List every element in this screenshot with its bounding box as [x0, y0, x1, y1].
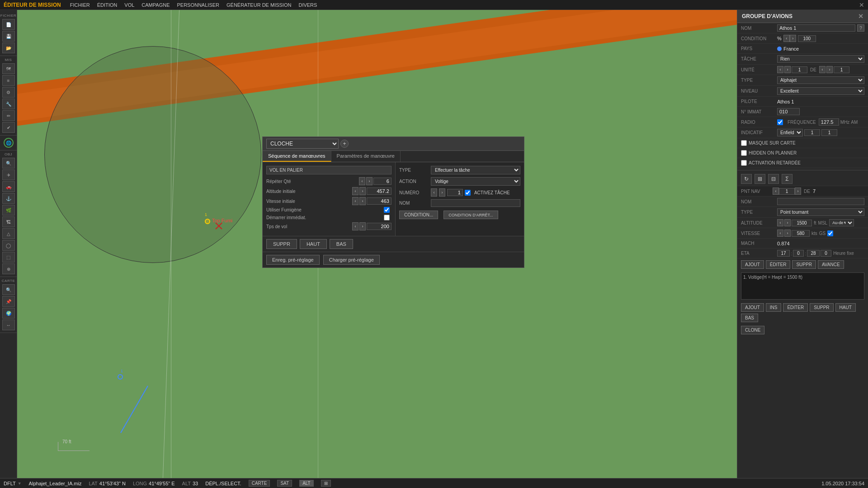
rp-immat-input[interactable]	[777, 108, 800, 115]
grid-btn[interactable]: ⊞	[321, 480, 331, 487]
unite-inc[interactable]: ›	[784, 66, 791, 73]
eta-h-input[interactable]	[777, 250, 790, 257]
menu-vol[interactable]: VOL	[124, 2, 134, 8]
bas-btn[interactable]: BAS	[330, 239, 353, 249]
tps-input[interactable]	[367, 223, 392, 230]
nav-ajout-btn[interactable]: AJOUT	[741, 260, 764, 269]
rp-freq-input[interactable]	[819, 118, 839, 126]
clone-btn[interactable]: CLONE	[741, 326, 764, 334]
close-button[interactable]: ✕	[859, 1, 864, 9]
carte-search-btn[interactable]: 🔍	[2, 284, 15, 295]
menu-fichier[interactable]: FICHIER	[70, 2, 90, 8]
suppr-btn[interactable]: SUPPR	[266, 239, 297, 249]
vitesse-input[interactable]	[367, 197, 392, 205]
activate-checkbox[interactable]	[465, 190, 471, 196]
mis-check-btn[interactable]: ✔	[2, 122, 15, 133]
nav-editer-btn[interactable]: ÉDITER	[766, 260, 791, 269]
bottom-suppr-btn[interactable]: SUPPR	[810, 303, 833, 312]
obj-search-btn[interactable]: 🔍	[2, 158, 15, 169]
blue-waypoint-circle[interactable]	[118, 374, 123, 380]
unite-de-dec[interactable]: ‹	[819, 66, 826, 73]
repeter-qte-input[interactable]	[373, 178, 392, 185]
altitude-dec[interactable]: ‹	[352, 187, 359, 195]
obj-misc1-btn[interactable]: △	[2, 228, 15, 239]
mis-settings-btn[interactable]: ⚙	[2, 87, 15, 98]
bottom-ajout-btn[interactable]: AJOUT	[741, 303, 764, 312]
bottom-haut-btn[interactable]: HAUT	[835, 303, 856, 312]
vit-inc[interactable]: ›	[784, 230, 791, 237]
action-type-select[interactable]: Effectuer la tâche	[431, 166, 520, 174]
unite-de-input[interactable]	[834, 66, 849, 73]
mis-tool-btn[interactable]: 🔧	[2, 99, 15, 109]
eta-s-input[interactable]	[807, 250, 820, 257]
numero-dec[interactable]: ‹	[431, 188, 437, 197]
condition-inc[interactable]: ›	[790, 35, 796, 42]
carte-world-btn[interactable]: 🌍	[2, 308, 15, 319]
bottom-editer-btn[interactable]: ÉDITER	[783, 303, 808, 312]
nav-suppr-btn[interactable]: SUPPR	[792, 260, 816, 269]
condition-input[interactable]	[798, 35, 816, 42]
menu-personnaliser[interactable]: PERSONNALISER	[177, 2, 219, 8]
numero-inc[interactable]: ›	[439, 188, 445, 197]
obj-misc2-btn[interactable]: ◯	[2, 240, 15, 251]
activation-checkbox[interactable]	[741, 160, 747, 166]
waypoint-1[interactable]: 1 Top Fumi	[205, 219, 210, 224]
eta-s2-input[interactable]	[821, 250, 831, 257]
charger-btn[interactable]: Charger pré-réglage	[323, 255, 380, 265]
pnt-nav-input[interactable]	[779, 188, 795, 195]
help-icon[interactable]: ?	[857, 24, 864, 32]
save-file-btn[interactable]: 💾	[2, 31, 15, 42]
merge-icon-btn[interactable]: ⊟	[768, 174, 779, 184]
right-panel-close[interactable]: ✕	[858, 13, 863, 20]
pnt-nav-inc[interactable]: ›	[795, 188, 801, 195]
rp-radio-checkbox[interactable]	[777, 119, 783, 125]
cloche-type-select[interactable]: CLOCHE	[266, 139, 339, 149]
mis-edit-btn[interactable]: ✏	[2, 110, 15, 121]
obj-tree-btn[interactable]: 🌿	[2, 205, 15, 216]
haut-btn[interactable]: HAUT	[300, 239, 327, 249]
menu-divers[interactable]: DIVERS	[298, 2, 317, 8]
obj-plane-btn[interactable]: ✈	[2, 169, 15, 180]
rp-nom-input[interactable]	[777, 24, 855, 32]
nav-icon-btn[interactable]: ↻	[741, 174, 752, 184]
menu-campagne[interactable]: CAMPAGNE	[142, 2, 170, 8]
demarrer-checkbox[interactable]	[384, 215, 390, 221]
tps-dec[interactable]: ‹	[352, 222, 359, 230]
altitude-input[interactable]	[367, 188, 392, 195]
vit-dec[interactable]: ‹	[777, 230, 783, 237]
condition-btn[interactable]: CONDITION...	[399, 211, 438, 219]
unite-dec[interactable]: ‹	[777, 66, 783, 73]
unite-de-inc[interactable]: ›	[826, 66, 833, 73]
action-action-select[interactable]: Voltige	[431, 177, 520, 186]
unite-input[interactable]	[792, 66, 807, 73]
repeter-qte-inc[interactable]: ›	[366, 177, 373, 185]
tab-sequence[interactable]: Séquence de manœuvres	[263, 151, 331, 162]
altitude-inc[interactable]: ›	[359, 187, 366, 195]
new-file-btn[interactable]: 📄	[2, 19, 15, 30]
eta-m-input[interactable]	[793, 250, 804, 257]
mis-map-btn[interactable]: 🗺	[2, 63, 15, 74]
vit-input[interactable]	[792, 230, 810, 237]
menu-edition[interactable]: ÉDITION	[97, 2, 118, 8]
enreg-btn[interactable]: Enreg. pré-réglage	[266, 255, 320, 265]
rp-nav-nom-input[interactable]	[777, 198, 864, 205]
fumigene-checkbox[interactable]	[384, 207, 390, 213]
carte-pin-btn[interactable]: 📌	[2, 296, 15, 307]
condition-dec[interactable]: ‹	[783, 35, 790, 42]
vitesse-dec[interactable]: ‹	[352, 197, 359, 205]
rp-indicatif-num2[interactable]	[821, 129, 837, 136]
action-nom-input[interactable]	[431, 199, 520, 207]
bottom-ins-btn[interactable]: INS	[766, 303, 782, 312]
rp-indicatif-select[interactable]: Enfield	[777, 129, 803, 136]
alt-input[interactable]	[792, 220, 812, 226]
gs-checkbox[interactable]	[827, 230, 833, 236]
avance-btn[interactable]: AVANCE	[818, 260, 844, 269]
cloche-add-btn[interactable]: +	[340, 140, 349, 148]
repeter-qte-dec[interactable]: ‹	[359, 177, 365, 185]
bottom-bas-btn[interactable]: BAS	[741, 314, 758, 322]
tab-parametres[interactable]: Paramètres de manœuvre	[331, 151, 401, 162]
obj-misc3-btn[interactable]: ⬚	[2, 252, 15, 263]
numero-input[interactable]	[447, 189, 463, 196]
sat-status-btn[interactable]: SAT	[277, 480, 292, 487]
rp-indicatif-num1[interactable]	[804, 129, 820, 136]
